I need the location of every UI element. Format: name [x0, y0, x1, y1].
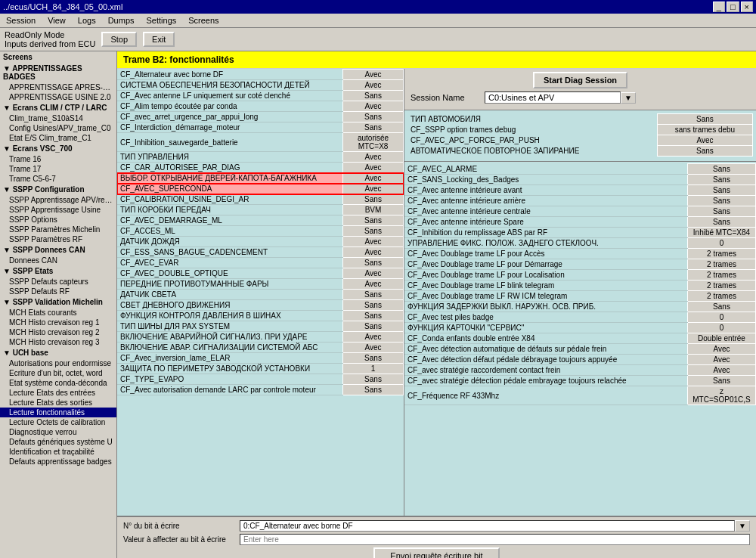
- sidebar-item-sspp_apprentissage_apv/retou[interactable]: SSPP Apprentissage APV/retou: [0, 195, 116, 205]
- param-value[interactable]: Avec: [343, 237, 404, 247]
- param-value[interactable]: 1: [343, 364, 404, 374]
- sidebar-item-etat_système_conda-déconda[interactable]: Etat système conda-déconda: [0, 378, 116, 388]
- start-diag-session-button[interactable]: Start Diag Session: [533, 72, 627, 88]
- param-value[interactable]: Avec: [343, 152, 404, 163]
- right-param-value[interactable]: Avec: [688, 365, 756, 376]
- sidebar-item-mch_histo_crevaison_reg_1[interactable]: MCH Histo crevaison reg 1: [0, 318, 116, 327]
- right-param-value[interactable]: 0: [688, 323, 756, 333]
- maximize-btn[interactable]: □: [727, 2, 739, 12]
- param-value[interactable]: Sans: [343, 290, 404, 300]
- param-value[interactable]: Avec: [343, 80, 404, 91]
- sidebar-item-sspp_paramètres_michelin[interactable]: SSPP Paramètres Michelin: [0, 225, 116, 234]
- param-value[interactable]: Sans: [343, 226, 404, 237]
- right-param-value[interactable]: 2 trames: [688, 281, 756, 291]
- param-value[interactable]: BVM: [343, 205, 404, 215]
- menu-logs[interactable]: Logs: [75, 15, 99, 26]
- sidebar-group-ecrans_vsc_700[interactable]: ▼ Ecrans VSC_700: [0, 143, 116, 154]
- right-param-value[interactable]: 2 trames: [688, 249, 756, 259]
- stop-button[interactable]: Stop: [101, 32, 137, 47]
- param-value[interactable]: Sans: [343, 300, 404, 311]
- param-value[interactable]: Avec: [343, 343, 404, 353]
- param-value[interactable]: Avec: [343, 173, 404, 184]
- sidebar-item-config_usines/apv_trame_c0[interactable]: Config Usines/APV_trame_C0: [0, 123, 116, 133]
- param-value[interactable]: Sans: [343, 385, 404, 395]
- sidebar-group-sspp_etats[interactable]: ▼ SSPP Etats: [0, 265, 116, 277]
- menu-settings[interactable]: Settings: [144, 15, 180, 26]
- param-value[interactable]: Sans: [343, 321, 404, 332]
- param-value[interactable]: autorisée MTC=X8: [343, 133, 404, 152]
- param-value[interactable]: Avec: [343, 279, 404, 290]
- sidebar-group-sspp_donnees_can[interactable]: ▼ SSPP Donnees CAN: [0, 244, 116, 256]
- param-value[interactable]: Avec: [343, 332, 404, 343]
- right-param-value[interactable]: Avec: [688, 355, 756, 365]
- sidebar-item-clim_trame_s10às14[interactable]: Clim_trame_S10àS14: [0, 113, 116, 123]
- sidebar-item-donnees_can[interactable]: Donnees CAN: [0, 256, 116, 265]
- sidebar-item-trame_16[interactable]: Trame 16: [0, 154, 116, 164]
- sidebar-item-mch_histo_crevaison_reg_2[interactable]: MCH Histo crevaison reg 2: [0, 327, 116, 337]
- sidebar-item-defauts_génériques_système_u[interactable]: Defauts génériques système U: [0, 437, 116, 447]
- session-dropdown-button[interactable]: ▼: [621, 92, 636, 104]
- param-value[interactable]: Sans: [343, 194, 404, 205]
- param-value[interactable]: Avec: [343, 268, 404, 279]
- param-value[interactable]: Sans: [343, 122, 404, 133]
- param-value[interactable]: Sans: [343, 91, 404, 101]
- sidebar-item-lecture_etats_des_entrées[interactable]: Lecture Etats des entrées: [0, 388, 116, 398]
- right-param-value[interactable]: Sans: [688, 302, 756, 312]
- sidebar-item-sspp_paramètres_rf[interactable]: SSPP Paramètres RF: [0, 234, 116, 244]
- right-param-value[interactable]: Sans: [688, 175, 756, 185]
- rt-param-value[interactable]: sans trames debu: [657, 125, 752, 135]
- sidebar-item-autorisations_pour_endormisse[interactable]: Autorisations pour endormisse: [0, 358, 116, 368]
- right-param-value[interactable]: Sans: [688, 217, 756, 228]
- right-param-value[interactable]: Inhibé MTC=X84: [688, 228, 756, 238]
- sidebar-item-sspp_defauts_rf[interactable]: SSPP Defauts RF: [0, 287, 116, 296]
- param-value[interactable]: Sans: [343, 112, 404, 122]
- send-button[interactable]: Envoi requête écriture bit: [373, 547, 499, 558]
- param-value[interactable]: Sans: [343, 258, 404, 268]
- sidebar-item-trame_c5-6-7[interactable]: Trame C5-6-7: [0, 174, 116, 184]
- right-param-value[interactable]: 2 trames: [688, 259, 756, 270]
- right-param-value[interactable]: Sans: [688, 196, 756, 206]
- sidebar-item-mch_histo_crevaison_reg_3[interactable]: MCH Histo crevaison reg 3: [0, 337, 116, 347]
- param-value[interactable]: Avec: [343, 101, 404, 112]
- param-value[interactable]: Sans: [343, 311, 404, 321]
- value-input[interactable]: [240, 534, 750, 545]
- sidebar-item-diagnostique_verrou[interactable]: Diagnostique verrou: [0, 427, 116, 437]
- rt-param-value[interactable]: Sans: [657, 146, 752, 157]
- sidebar-item-defauts_apprentissage_badges[interactable]: Defauts apprentissage badges: [0, 457, 116, 467]
- exit-button[interactable]: Exit: [143, 32, 175, 47]
- sidebar-group-ecrans_clim_/_ctp_/_larc[interactable]: ▼ Ecrans CLIM / CTP / LARC: [0, 102, 116, 113]
- minimize-btn[interactable]: _: [713, 2, 725, 12]
- sidebar-item-sspp_apprentissage_usine[interactable]: SSPP Apprentissage Usine: [0, 205, 116, 215]
- param-value[interactable]: Sans: [343, 374, 404, 385]
- param-value[interactable]: Avec: [343, 247, 404, 258]
- param-value[interactable]: Avec: [343, 163, 404, 173]
- rt-param-value[interactable]: Avec: [657, 135, 752, 146]
- right-param-value[interactable]: Avec: [688, 344, 756, 355]
- param-value[interactable]: Sans: [343, 215, 404, 226]
- sidebar-item-ecriture_d'un_bit,_octet,_word[interactable]: Ecriture d'un bit, octet, word: [0, 368, 116, 378]
- right-param-value[interactable]: Sans: [688, 185, 756, 196]
- sidebar-item-lecture_fonctionnalités[interactable]: Lecture fonctionnalités: [0, 408, 116, 417]
- right-param-value[interactable]: z MTC=SOP01C,S: [688, 386, 756, 405]
- sidebar-group-apprentissages_badges[interactable]: ▼ APPRENTISSAGES BADGES: [0, 63, 116, 82]
- sidebar-group-sspp_configuration[interactable]: ▼ SSPP Configuration: [0, 184, 116, 195]
- menu-session[interactable]: Session: [3, 15, 39, 26]
- right-param-value[interactable]: 0: [688, 312, 756, 323]
- right-param-value[interactable]: Double entrée: [688, 333, 756, 344]
- sidebar-item-mch_etats_courants[interactable]: MCH Etats courants: [0, 308, 116, 318]
- right-param-value[interactable]: Sans: [688, 206, 756, 217]
- sidebar-item-etat_e/s_clim_trame_c1[interactable]: Etat E/S Clim_trame_C1: [0, 133, 116, 143]
- bit-dropdown-button[interactable]: ▼: [735, 520, 750, 532]
- sidebar-item-lecture_etats_des_sorties[interactable]: Lecture Etats des sorties: [0, 398, 116, 408]
- sidebar-item-identification_et_traçabilité[interactable]: Identification et traçabilité: [0, 447, 116, 457]
- right-param-value[interactable]: 2 trames: [688, 291, 756, 302]
- param-value[interactable]: Avec: [343, 184, 404, 194]
- right-param-value[interactable]: 2 trames: [688, 270, 756, 281]
- sidebar-item-lecture_octets_de_calibration[interactable]: Lecture Octets de calibration: [0, 417, 116, 427]
- menu-screens[interactable]: Screens: [185, 15, 222, 26]
- sidebar-group-uch_base[interactable]: ▼ UCH base: [0, 347, 116, 358]
- right-param-value[interactable]: Sans: [688, 164, 756, 175]
- sidebar-item-trame_17[interactable]: Trame 17: [0, 164, 116, 174]
- sidebar-item-sspp_options[interactable]: SSPP Options: [0, 215, 116, 225]
- sidebar-item-apprentissage_apres-vent[interactable]: APPRENTISSAGE APRES-VENT: [0, 82, 116, 92]
